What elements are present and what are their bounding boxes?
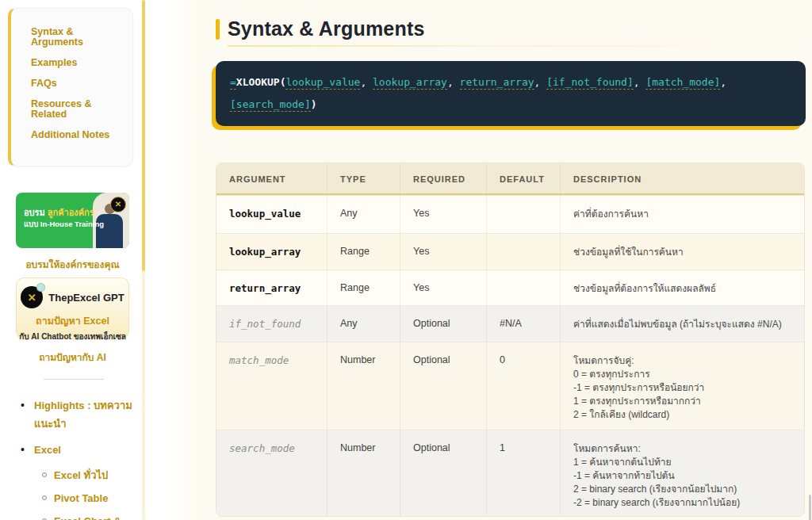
arg-description: ค่าที่แสดงเมื่อไม่พบข้อมูล (ถ้าไม่ระบุจะ… <box>560 306 804 342</box>
thepexcel-logo-badge: ✕ <box>110 197 126 212</box>
code-function-name: XLOOKUP <box>236 76 280 88</box>
table-row: if_not_found Any Optional #N/A ค่าที่แสด… <box>216 305 804 342</box>
table-row: match_mode Number Optional 0 โหมดการจับค… <box>216 342 804 430</box>
arg-required: Optional <box>400 342 486 430</box>
banner-text: อบรม ลูกค้าองค์กร แบบ In-House Training <box>24 206 100 230</box>
x-logo-icon: ✕ <box>115 201 121 208</box>
arg-default <box>486 270 560 305</box>
column-header-description: DESCRIPTION <box>560 163 804 193</box>
arg-required: Yes <box>400 196 486 233</box>
arg-type: Range <box>327 270 400 305</box>
list-item: • Excel <box>21 441 143 459</box>
list-item: Pivot Table <box>42 490 143 507</box>
banner-line2: แบบ In-House Training <box>24 219 100 230</box>
excel-sub-nav: Excel ทั่วไป Pivot Table Excel Chart & V… <box>42 467 143 520</box>
arg-default <box>486 234 560 270</box>
table-row: lookup_value Any Yes ค่าที่ต้องการค้นหา <box>216 195 804 233</box>
scroll-progress-indicator <box>142 0 145 271</box>
nav-link-excel-general[interactable]: Excel ทั่วไป <box>54 467 108 484</box>
page: Syntax & Arguments =XLOOKUP(lookup_value… <box>0 0 812 520</box>
thepexcel-gpt-card[interactable]: ✕ ThepExcel GPT ถามปัญหา Excel กับ AI Ch… <box>16 277 129 339</box>
page-heading: Syntax & Arguments <box>216 17 425 40</box>
arg-name: search_mode <box>216 430 327 516</box>
arg-name: match_mode <box>216 342 327 430</box>
toc-card: Syntax & Arguments Examples FAQs Resourc… <box>8 8 133 166</box>
arg-required: Optional <box>400 430 486 516</box>
arg-description: โหมดการจับคู่: 0 = ตรงทุกประการ -1 = ตรง… <box>560 342 804 430</box>
nav-link-highlights[interactable]: Highlights : บทความแนะนำ <box>34 396 143 433</box>
circle-bullet-icon <box>42 495 47 500</box>
code-separator: , <box>634 76 646 88</box>
table-row: search_mode Number Optional 1 โหมดการค้น… <box>216 430 804 516</box>
circle-bullet-icon <box>42 472 47 477</box>
arg-default: 0 <box>486 342 560 430</box>
code-separator: , <box>534 76 547 88</box>
browser-scrollbar-thumb[interactable] <box>809 495 811 520</box>
arg-description: ค่าที่ต้องการค้นหา <box>560 196 804 233</box>
banner-line1-prefix: อบรม <box>24 208 45 217</box>
toc-link-syntax-arguments[interactable]: Syntax & Arguments <box>31 27 126 48</box>
code-separator: , <box>360 76 373 88</box>
bullet-icon: • <box>21 396 27 433</box>
column-header-required: REQUIRED <box>400 163 486 193</box>
code-separator: , <box>720 76 726 88</box>
arg-default: #N/A <box>486 306 560 342</box>
code-arg-lookup-value: lookup_value <box>285 76 360 90</box>
code-arg-if-not-found: [if_not_found] <box>546 76 634 90</box>
brain-icon <box>36 283 45 292</box>
arg-default: 1 <box>486 430 560 516</box>
arg-type: Number <box>327 342 400 430</box>
code-separator: , <box>447 76 460 88</box>
column-header-argument: ARGUMENT <box>216 163 327 193</box>
toc-link-faqs[interactable]: FAQs <box>31 78 126 89</box>
arg-description: ช่วงข้อมูลที่ใช้ในการค้นหา <box>560 234 804 270</box>
arg-description: โหมดการค้นหา: 1 = ค้นหาจากต้นไปท้าย -1 =… <box>560 430 804 516</box>
arg-name: lookup_value <box>216 196 327 233</box>
arg-type: Any <box>327 306 400 342</box>
gpt-card-subtext: กับ AI Chatbot ของเทพเอ็กเซล <box>17 331 128 342</box>
arg-required: Yes <box>400 234 486 270</box>
code-arg-match-mode: [match_mode] <box>645 76 720 90</box>
toc-link-examples[interactable]: Examples <box>31 58 126 68</box>
nav-link-pivot-table[interactable]: Pivot Table <box>54 490 108 507</box>
arg-name: if_not_found <box>216 306 327 342</box>
arg-default <box>486 196 560 233</box>
gpt-card-header: ✕ ThepExcel GPT <box>17 286 128 308</box>
list-item: Excel Chart & Visualization <box>42 513 143 520</box>
sidebar: Syntax & Arguments Examples FAQs Resourc… <box>0 0 198 520</box>
arg-required: Optional <box>400 306 486 342</box>
gpt-caption-link[interactable]: ถามปัญหากับ AI <box>16 350 129 365</box>
code-arg-lookup-array: lookup_array <box>373 76 447 90</box>
code-arg-search-mode: [search_mode] <box>230 98 311 112</box>
heading-underline <box>228 45 783 47</box>
arg-type: Number <box>327 430 400 516</box>
syntax-code-block: =XLOOKUP(lookup_value, lookup_array, ret… <box>216 61 806 126</box>
inhouse-training-banner[interactable]: อบรม ลูกค้าองค์กร แบบ In-House Training … <box>16 193 129 248</box>
nav-link-excel-chart-visualization[interactable]: Excel Chart & Visualization <box>54 513 143 520</box>
heading-accent-bar <box>216 19 220 40</box>
list-item: • Highlights : บทความแนะนำ <box>21 396 143 433</box>
gpt-card-title: ThepExcel GPT <box>48 292 124 304</box>
toc-link-resources-related[interactable]: Resources & Related <box>31 99 126 120</box>
banner-line1-highlight: ลูกค้าองค์กร <box>48 208 94 217</box>
arg-description: ช่วงข้อมูลที่ต้องการให้แสดงผลลัพธ์ <box>560 270 804 305</box>
code-equals: = <box>230 76 236 90</box>
gpt-card-subtitle: ถามปัญหา Excel <box>17 313 128 329</box>
arg-name: lookup_array <box>216 234 327 270</box>
arguments-table: ARGUMENT TYPE REQUIRED DEFAULT DESCRIPTI… <box>216 162 805 517</box>
nav-link-excel[interactable]: Excel <box>34 441 61 459</box>
table-row: return_array Range Yes ช่วงข้อมูลที่ต้อง… <box>216 270 804 305</box>
toc-link-additional-notes[interactable]: Additional Notes <box>31 130 126 140</box>
bullet-icon: • <box>21 441 27 459</box>
page-title: Syntax & Arguments <box>228 17 425 40</box>
arg-name: return_array <box>216 270 327 305</box>
code-arg-return-array: return_array <box>460 76 534 90</box>
x-logo-icon: ✕ <box>28 292 36 303</box>
category-nav: • Highlights : บทความแนะนำ • Excel Excel… <box>21 396 143 520</box>
arg-required: Yes <box>400 270 486 305</box>
banner-caption-link[interactable]: อบรมให้องค์กรของคุณ <box>16 257 129 272</box>
column-header-default: DEFAULT <box>486 163 560 193</box>
table-row: lookup_array Range Yes ช่วงข้อมูลที่ใช้ใ… <box>216 233 804 270</box>
list-item: Excel ทั่วไป <box>42 467 143 484</box>
code-close-paren: ) <box>311 98 317 110</box>
